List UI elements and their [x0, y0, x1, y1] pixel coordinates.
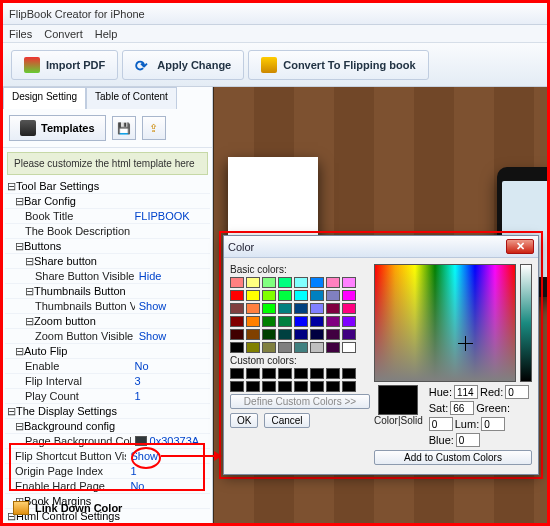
close-button[interactable]: ✕ — [506, 239, 534, 254]
color-swatch[interactable] — [294, 316, 308, 327]
property-row[interactable]: ⊟Bar Config — [5, 194, 210, 209]
property-row[interactable]: ⊟Share button — [5, 254, 210, 269]
color-swatch[interactable] — [342, 342, 356, 353]
property-row[interactable]: Thumbnails Button V...Show — [5, 299, 210, 314]
color-swatch[interactable] — [294, 277, 308, 288]
color-swatch[interactable] — [310, 316, 324, 327]
color-swatch[interactable] — [278, 290, 292, 301]
luminance-bar[interactable] — [520, 264, 532, 382]
property-row[interactable]: Enable Hard PageNo — [5, 479, 210, 494]
hue-input[interactable] — [454, 385, 478, 399]
custom-swatch[interactable] — [326, 368, 340, 379]
property-row[interactable]: Origin Page Index1 — [5, 464, 210, 479]
menu-convert[interactable]: Convert — [44, 28, 83, 40]
color-swatch[interactable] — [246, 329, 260, 340]
custom-swatch[interactable] — [342, 381, 356, 392]
color-swatch[interactable] — [262, 290, 276, 301]
color-swatch[interactable] — [310, 303, 324, 314]
property-row[interactable]: Share Button VisibleHide — [5, 269, 210, 284]
lum-input[interactable] — [481, 417, 505, 431]
sat-input[interactable] — [450, 401, 474, 415]
tab-table-of-content[interactable]: Table of Content — [86, 87, 177, 109]
property-row[interactable]: ⊟Background config — [5, 419, 210, 434]
color-swatch[interactable] — [262, 277, 276, 288]
color-swatch[interactable] — [342, 290, 356, 301]
custom-swatch[interactable] — [262, 381, 276, 392]
custom-swatch[interactable] — [262, 368, 276, 379]
custom-swatch[interactable] — [326, 381, 340, 392]
color-swatch[interactable] — [342, 316, 356, 327]
property-row[interactable]: Zoom Button VisibleShow — [5, 329, 210, 344]
green-input[interactable] — [429, 417, 453, 431]
color-swatch[interactable] — [262, 303, 276, 314]
color-swatch[interactable] — [230, 342, 244, 353]
color-swatch[interactable] — [230, 303, 244, 314]
color-swatch[interactable] — [278, 342, 292, 353]
color-swatch[interactable] — [246, 303, 260, 314]
color-swatch[interactable] — [310, 290, 324, 301]
custom-swatch[interactable] — [294, 381, 308, 392]
property-grid[interactable]: ⊟Tool Bar Settings⊟Bar ConfigBook TitleF… — [3, 179, 212, 523]
custom-swatch[interactable] — [246, 368, 260, 379]
property-row[interactable]: ⊟Auto Flip — [5, 344, 210, 359]
custom-swatch[interactable] — [230, 368, 244, 379]
color-swatch[interactable] — [342, 303, 356, 314]
property-row[interactable]: ⊟Thumbnails Button — [5, 284, 210, 299]
convert-button[interactable]: Convert To Flipping book — [248, 50, 428, 80]
custom-swatch[interactable] — [230, 381, 244, 392]
custom-swatch[interactable] — [278, 381, 292, 392]
property-row[interactable]: Flip Shortcut Button VisibleShow — [5, 449, 210, 464]
color-swatch[interactable] — [262, 316, 276, 327]
color-swatch[interactable] — [230, 316, 244, 327]
ok-button[interactable]: OK — [230, 413, 258, 428]
add-custom-button[interactable]: Add to Custom Colors — [374, 450, 532, 465]
property-row[interactable]: ⊟Buttons — [5, 239, 210, 254]
color-swatch[interactable] — [246, 290, 260, 301]
templates-button[interactable]: Templates — [9, 115, 106, 141]
color-swatch[interactable] — [278, 277, 292, 288]
color-swatch[interactable] — [342, 277, 356, 288]
color-swatch[interactable] — [246, 277, 260, 288]
property-row[interactable]: The Book Description — [5, 224, 210, 239]
custom-colors-grid[interactable] — [230, 368, 370, 392]
custom-swatch[interactable] — [246, 381, 260, 392]
property-row[interactable]: Play Count1 — [5, 389, 210, 404]
menu-files[interactable]: Files — [9, 28, 32, 40]
property-row[interactable]: Flip Interval3 — [5, 374, 210, 389]
basic-colors-grid[interactable] — [230, 277, 370, 353]
color-swatch[interactable] — [326, 277, 340, 288]
color-gradient[interactable] — [374, 264, 516, 382]
custom-swatch[interactable] — [278, 368, 292, 379]
color-swatch[interactable] — [326, 290, 340, 301]
property-row[interactable]: ⊟The Display Settings — [5, 404, 210, 419]
tab-design-setting[interactable]: Design Setting — [3, 87, 86, 109]
export-template-button[interactable]: ⇪ — [142, 116, 166, 140]
red-input[interactable] — [505, 385, 529, 399]
color-swatch[interactable] — [230, 329, 244, 340]
blue-input[interactable] — [456, 433, 480, 447]
color-swatch[interactable] — [310, 329, 324, 340]
property-row[interactable]: EnableNo — [5, 359, 210, 374]
cancel-button[interactable]: Cancel — [264, 413, 309, 428]
color-swatch[interactable] — [230, 290, 244, 301]
property-row[interactable]: ⊟Tool Bar Settings — [5, 179, 210, 194]
property-row[interactable]: ⊟Zoom button — [5, 314, 210, 329]
custom-swatch[interactable] — [342, 368, 356, 379]
apply-change-button[interactable]: ⟳ Apply Change — [122, 50, 244, 80]
custom-swatch[interactable] — [310, 368, 324, 379]
save-template-button[interactable]: 💾 — [112, 116, 136, 140]
color-swatch[interactable] — [326, 303, 340, 314]
property-row[interactable]: Book TitleFLIPBOOK — [5, 209, 210, 224]
color-swatch[interactable] — [294, 290, 308, 301]
color-swatch[interactable] — [326, 342, 340, 353]
color-swatch[interactable] — [262, 329, 276, 340]
color-swatch[interactable] — [246, 316, 260, 327]
color-swatch[interactable] — [342, 329, 356, 340]
color-swatch[interactable] — [278, 316, 292, 327]
color-swatch[interactable] — [262, 342, 276, 353]
custom-swatch[interactable] — [294, 368, 308, 379]
color-swatch[interactable] — [246, 342, 260, 353]
color-swatch[interactable] — [310, 342, 324, 353]
color-swatch[interactable] — [326, 329, 340, 340]
color-swatch[interactable] — [230, 277, 244, 288]
